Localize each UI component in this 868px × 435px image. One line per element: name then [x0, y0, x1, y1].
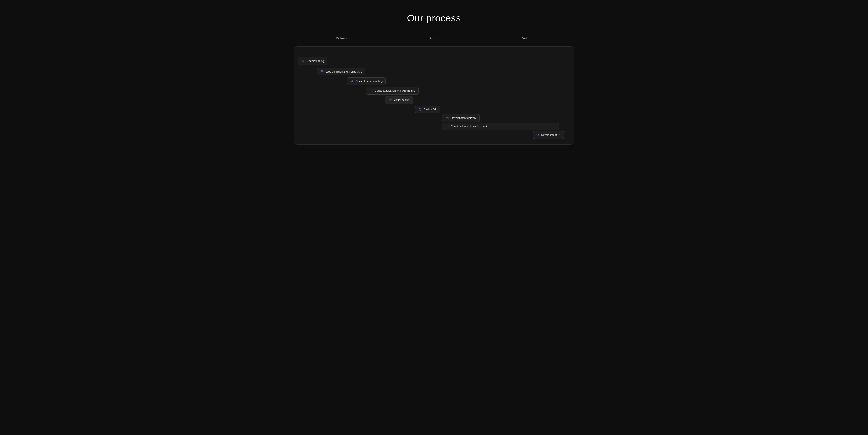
phase-header-build: Build: [479, 36, 570, 40]
item-development-qa-label: Development QA: [541, 134, 561, 136]
item-web-definition-label: Web definition and architecture: [326, 70, 362, 73]
items-container: Understanding Web definition and archite…: [298, 55, 570, 136]
pencil-icon: [369, 89, 373, 93]
svg-marker-10: [389, 99, 392, 101]
delivery-icon: [445, 116, 449, 120]
item-content-understanding: Content understanding: [347, 77, 386, 85]
item-understanding-label: Understanding: [307, 60, 324, 63]
item-conceptualization: Conceptualization and wireframing: [366, 87, 419, 95]
code-icon: [445, 125, 449, 128]
shield-check-icon: [536, 133, 539, 137]
item-development-delivery: Development delivery: [442, 114, 479, 122]
item-design-qa: Design QA: [415, 106, 440, 113]
item-development-qa: Development QA: [532, 131, 565, 139]
phase-header-definition: Definition: [298, 36, 389, 40]
item-design-qa-label: Design QA: [424, 108, 437, 111]
grid-icon: [350, 79, 354, 83]
target-icon: [320, 70, 324, 73]
item-visual-design: Visual design: [385, 96, 413, 104]
phase-headers: Definition Design Build: [293, 36, 575, 40]
item-conceptualization-label: Conceptualization and wireframing: [375, 89, 415, 92]
item-visual-design-label: Visual design: [394, 98, 409, 101]
item-content-understanding-label: Content understanding: [356, 80, 382, 83]
phase-header-design: Design: [389, 36, 479, 40]
shield-icon: [418, 108, 422, 111]
item-understanding: Understanding: [298, 57, 327, 65]
svg-rect-9: [352, 81, 353, 82]
page-container: Our process Definition Design Build Unde…: [285, 0, 583, 162]
svg-rect-6: [351, 80, 352, 81]
svg-rect-8: [351, 81, 352, 82]
item-development-delivery-label: Development delivery: [451, 116, 476, 120]
svg-rect-7: [352, 80, 353, 81]
item-web-definition: Web definition and architecture: [317, 68, 366, 75]
item-construction: Construction and development: [442, 123, 559, 130]
process-area: Understanding Web definition and archite…: [293, 46, 575, 144]
svg-point-1: [322, 71, 323, 72]
page-title: Our process: [293, 13, 575, 24]
brain-icon: [301, 59, 305, 63]
sparkle-icon: [388, 98, 392, 102]
item-construction-label: Construction and development: [451, 125, 487, 128]
